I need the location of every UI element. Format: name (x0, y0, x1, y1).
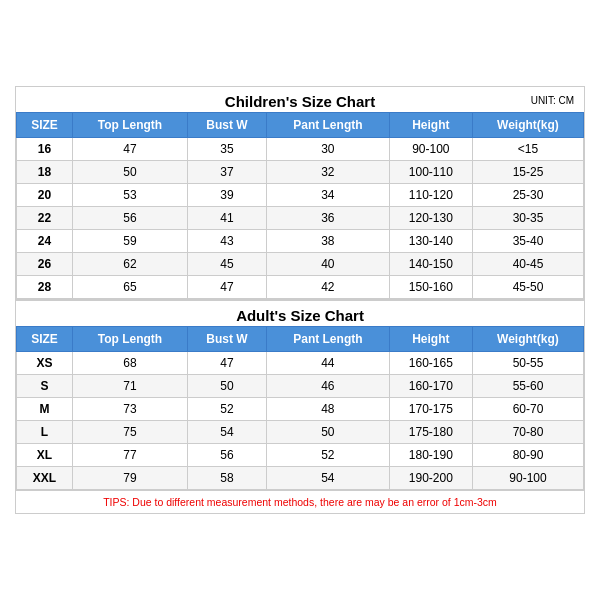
table-cell: 79 (72, 467, 187, 490)
table-cell: 175-180 (389, 421, 472, 444)
table-cell: 25-30 (472, 184, 583, 207)
table-cell: 50-55 (472, 352, 583, 375)
table-cell: 32 (266, 161, 389, 184)
table-cell: 35 (188, 138, 267, 161)
table-cell: 60-70 (472, 398, 583, 421)
table-cell: 65 (72, 276, 187, 299)
table-cell: 36 (266, 207, 389, 230)
children-col-height: Height (389, 113, 472, 138)
tips-text: TIPS: Due to different measurement metho… (16, 490, 584, 513)
size-chart: Children's Size Chart UNIT: CM SIZE Top … (15, 86, 585, 514)
table-cell: 80-90 (472, 444, 583, 467)
table-cell: 48 (266, 398, 389, 421)
table-row: 28654742150-16045-50 (17, 276, 584, 299)
table-cell: 110-120 (389, 184, 472, 207)
table-cell: 52 (266, 444, 389, 467)
table-cell: 39 (188, 184, 267, 207)
table-cell: 130-140 (389, 230, 472, 253)
adults-col-bustw: Bust W (188, 327, 267, 352)
table-cell: 68 (72, 352, 187, 375)
table-row: XS684744160-16550-55 (17, 352, 584, 375)
table-cell: 20 (17, 184, 73, 207)
adults-col-toplength: Top Length (72, 327, 187, 352)
adults-title-text: Adult's Size Chart (236, 307, 364, 324)
table-cell: 190-200 (389, 467, 472, 490)
table-cell: 50 (72, 161, 187, 184)
table-row: 24594338130-14035-40 (17, 230, 584, 253)
table-cell: 90-100 (472, 467, 583, 490)
table-row: M735248170-17560-70 (17, 398, 584, 421)
table-cell: 54 (188, 421, 267, 444)
children-col-size: SIZE (17, 113, 73, 138)
children-title: Children's Size Chart UNIT: CM (16, 87, 584, 112)
table-cell: 15-25 (472, 161, 583, 184)
table-cell: 73 (72, 398, 187, 421)
table-cell: 40-45 (472, 253, 583, 276)
table-cell: 42 (266, 276, 389, 299)
table-cell: 50 (266, 421, 389, 444)
table-cell: 55-60 (472, 375, 583, 398)
table-cell: 41 (188, 207, 267, 230)
table-row: 22564136120-13030-35 (17, 207, 584, 230)
table-cell: 37 (188, 161, 267, 184)
table-cell: 71 (72, 375, 187, 398)
table-cell: 59 (72, 230, 187, 253)
table-row: 1647353090-100<15 (17, 138, 584, 161)
children-table: SIZE Top Length Bust W Pant Length Heigh… (16, 112, 584, 299)
table-row: 26624540140-15040-45 (17, 253, 584, 276)
children-thead: SIZE Top Length Bust W Pant Length Heigh… (17, 113, 584, 138)
table-cell: 56 (72, 207, 187, 230)
table-cell: 77 (72, 444, 187, 467)
adults-col-weight: Weight(kg) (472, 327, 583, 352)
table-cell: 54 (266, 467, 389, 490)
children-col-toplength: Top Length (72, 113, 187, 138)
table-row: L755450175-18070-80 (17, 421, 584, 444)
table-cell: 45 (188, 253, 267, 276)
table-row: XL775652180-19080-90 (17, 444, 584, 467)
table-cell: XXL (17, 467, 73, 490)
table-cell: 160-170 (389, 375, 472, 398)
adults-title: Adult's Size Chart (16, 299, 584, 326)
table-cell: XL (17, 444, 73, 467)
table-cell: 52 (188, 398, 267, 421)
table-cell: <15 (472, 138, 583, 161)
table-cell: 16 (17, 138, 73, 161)
table-cell: 140-150 (389, 253, 472, 276)
table-cell: 22 (17, 207, 73, 230)
adults-col-pantlength: Pant Length (266, 327, 389, 352)
table-cell: 47 (188, 352, 267, 375)
adults-header-row: SIZE Top Length Bust W Pant Length Heigh… (17, 327, 584, 352)
table-cell: 34 (266, 184, 389, 207)
table-cell: 35-40 (472, 230, 583, 253)
table-row: S715046160-17055-60 (17, 375, 584, 398)
table-cell: 50 (188, 375, 267, 398)
table-cell: M (17, 398, 73, 421)
table-cell: 53 (72, 184, 187, 207)
table-cell: 38 (266, 230, 389, 253)
table-cell: 43 (188, 230, 267, 253)
table-cell: 24 (17, 230, 73, 253)
adults-col-height: Height (389, 327, 472, 352)
children-col-pantlength: Pant Length (266, 113, 389, 138)
unit-label: UNIT: CM (531, 94, 574, 105)
table-cell: XS (17, 352, 73, 375)
table-cell: 47 (188, 276, 267, 299)
table-cell: 62 (72, 253, 187, 276)
adults-tbody: XS684744160-16550-55S715046160-17055-60M… (17, 352, 584, 490)
children-col-bustw: Bust W (188, 113, 267, 138)
table-cell: 150-160 (389, 276, 472, 299)
table-row: XXL795854190-20090-100 (17, 467, 584, 490)
table-cell: 18 (17, 161, 73, 184)
table-cell: 46 (266, 375, 389, 398)
adults-thead: SIZE Top Length Bust W Pant Length Heigh… (17, 327, 584, 352)
table-cell: 44 (266, 352, 389, 375)
table-cell: 40 (266, 253, 389, 276)
table-cell: S (17, 375, 73, 398)
table-cell: 70-80 (472, 421, 583, 444)
table-cell: 58 (188, 467, 267, 490)
table-cell: 100-110 (389, 161, 472, 184)
table-cell: 45-50 (472, 276, 583, 299)
table-cell: 30 (266, 138, 389, 161)
adults-col-size: SIZE (17, 327, 73, 352)
table-cell: 75 (72, 421, 187, 444)
